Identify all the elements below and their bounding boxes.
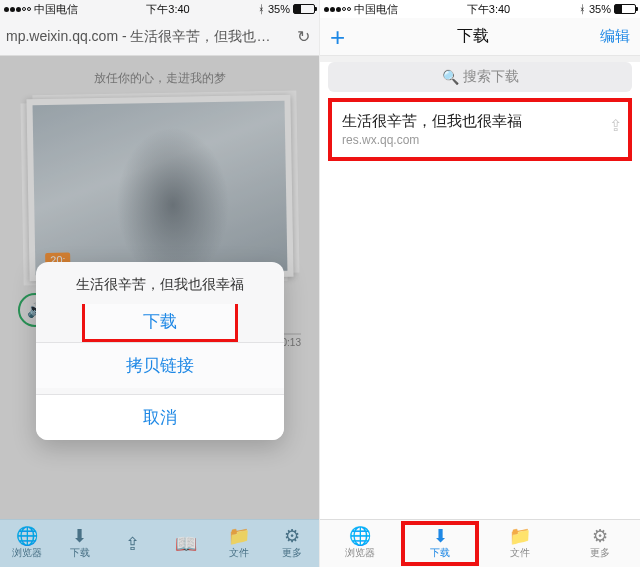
- tab-download[interactable]: ⬇下载: [53, 520, 106, 567]
- tab-more[interactable]: ⚙更多: [266, 520, 319, 567]
- signal-icon: [4, 7, 31, 12]
- status-bar: 中国电信 下午3:40 ᚼ 35%: [0, 0, 319, 18]
- add-button[interactable]: +: [330, 24, 345, 50]
- downloads-header: + 下载 编辑: [320, 18, 640, 56]
- search-input[interactable]: 🔍 搜索下载: [328, 62, 632, 92]
- search-placeholder: 搜索下载: [463, 68, 519, 86]
- carrier-label: 中国电信: [354, 2, 398, 17]
- tab-browser[interactable]: 🌐浏览器: [0, 520, 53, 567]
- url-bar[interactable]: mp.weixin.qq.com - 生活很辛苦，但我也… ↻: [0, 18, 319, 56]
- action-sheet: 生活很辛苦，但我也很幸福 下载 拷贝链接 取消: [36, 262, 284, 440]
- share-icon[interactable]: ⇪: [609, 116, 622, 135]
- tab-bookmarks[interactable]: 📖: [160, 520, 213, 567]
- download-item[interactable]: 生活很辛苦，但我也很幸福 res.wx.qq.com ⇪: [328, 98, 632, 161]
- bluetooth-icon: ᚼ: [579, 3, 586, 15]
- folder-icon: 📁: [509, 527, 531, 545]
- clock: 下午3:40: [146, 2, 189, 17]
- tab-browser[interactable]: 🌐浏览器: [320, 520, 400, 567]
- share-icon: ⇪: [125, 535, 140, 553]
- tab-more[interactable]: ⚙更多: [560, 520, 640, 567]
- phone-left: 中国电信 下午3:40 ᚼ 35% mp.weixin.qq.com - 生活很…: [0, 0, 320, 567]
- battery-icon: [614, 4, 636, 14]
- download-source: res.wx.qq.com: [342, 133, 600, 147]
- sheet-cancel-button[interactable]: 取消: [36, 394, 284, 440]
- battery-icon: [293, 4, 315, 14]
- book-icon: 📖: [175, 535, 197, 553]
- phone-right: 中国电信 下午3:40 ᚼ 35% + 下载 编辑 🔍 搜索下载 生活很辛苦，但…: [320, 0, 640, 567]
- tab-files[interactable]: 📁文件: [213, 520, 266, 567]
- sheet-copylink-button[interactable]: 拷贝链接: [36, 342, 284, 388]
- sheet-download-button[interactable]: 下载: [82, 304, 238, 342]
- clock: 下午3:40: [467, 2, 510, 17]
- tab-bar: 🌐浏览器 ⬇下载 📁文件 ⚙更多: [320, 519, 640, 567]
- sheet-title: 生活很辛苦，但我也很幸福: [36, 262, 284, 304]
- gear-icon: ⚙: [284, 527, 300, 545]
- status-bar: 中国电信 下午3:40 ᚼ 35%: [320, 0, 640, 18]
- tab-download[interactable]: ⬇下载: [400, 520, 480, 567]
- globe-icon: 🌐: [16, 527, 38, 545]
- gear-icon: ⚙: [592, 527, 608, 545]
- folder-icon: 📁: [228, 527, 250, 545]
- download-title: 生活很辛苦，但我也很幸福: [342, 112, 600, 131]
- battery-pct: 35%: [589, 3, 611, 15]
- battery-pct: 35%: [268, 3, 290, 15]
- header-title: 下载: [457, 26, 489, 47]
- signal-icon: [324, 7, 351, 12]
- carrier-label: 中国电信: [34, 2, 78, 17]
- tab-bar: 🌐浏览器 ⬇下载 ⇪ 📖 📁文件 ⚙更多: [0, 519, 319, 567]
- edit-button[interactable]: 编辑: [600, 27, 630, 46]
- tab-files[interactable]: 📁文件: [480, 520, 560, 567]
- bluetooth-icon: ᚼ: [258, 3, 265, 15]
- download-icon: ⬇: [72, 527, 87, 545]
- reload-icon[interactable]: ↻: [293, 27, 313, 46]
- page-body: 放任你的心，走进我的梦 20: 🔊 生活很辛苦，但你也很幸福 来自声眠 00:0…: [0, 56, 319, 519]
- url-title: mp.weixin.qq.com - 生活很辛苦，但我也…: [6, 28, 293, 46]
- tab-share[interactable]: ⇪: [106, 520, 159, 567]
- globe-icon: 🌐: [349, 527, 371, 545]
- download-icon: ⬇: [433, 527, 448, 545]
- search-icon: 🔍: [442, 69, 459, 85]
- downloads-body: 🔍 搜索下载 生活很辛苦，但我也很幸福 res.wx.qq.com ⇪: [320, 62, 640, 525]
